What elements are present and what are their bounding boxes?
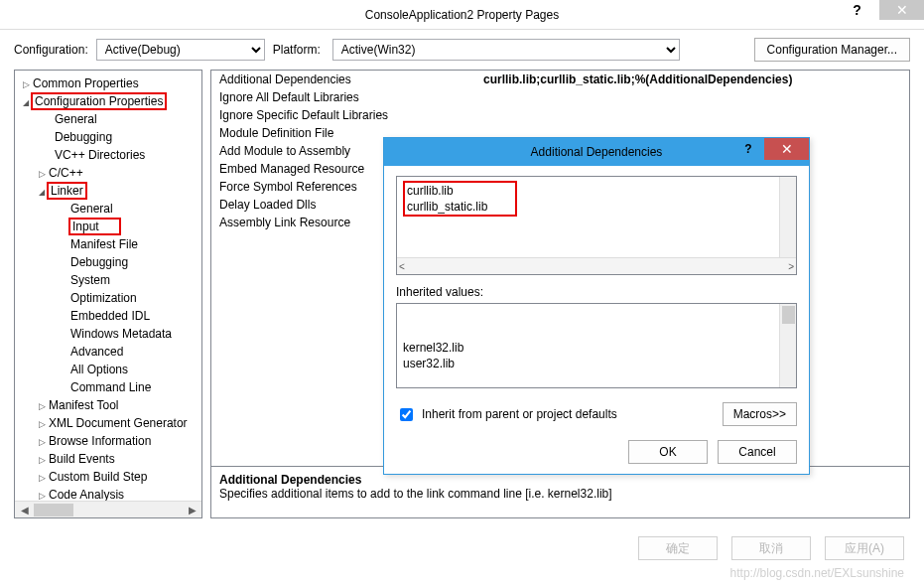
inherit-row: Inherit from parent or project defaults …	[396, 402, 797, 426]
config-row: Configuration: Active(Debug) Platform: A…	[0, 30, 924, 70]
textarea-hscrollbar[interactable]: <>	[397, 257, 796, 274]
window-title: ConsoleApplication2 Property Pages	[365, 8, 559, 22]
tree[interactable]: Common Properties Configuration Properti…	[15, 71, 201, 501]
tree-common-properties[interactable]: Common Properties	[15, 74, 201, 92]
bottom-buttons: 确定 取消 应用(A)	[0, 526, 924, 570]
configuration-manager-button[interactable]: Configuration Manager...	[754, 38, 910, 62]
grid-row-additional-deps[interactable]: Additional Dependencies curllib.lib;curl…	[211, 71, 909, 88]
tree-code-analysis[interactable]: Code Analysis	[15, 486, 201, 501]
tree-configuration-properties[interactable]: Configuration Properties	[15, 92, 201, 110]
property-pages-window: ConsoleApplication2 Property Pages ? ✕ C…	[0, 0, 924, 588]
platform-select[interactable]: Active(Win32)	[332, 39, 680, 61]
tree-build-events[interactable]: Build Events	[15, 450, 201, 468]
tree-hscrollbar[interactable]: ◀ ▶	[15, 501, 201, 517]
tree-panel: Common Properties Configuration Properti…	[14, 70, 202, 518]
dialog-ok-button[interactable]: OK	[628, 440, 708, 464]
tree-linker-debugging[interactable]: Debugging	[15, 253, 201, 271]
tree-linker-manifest[interactable]: Manifest File	[15, 235, 201, 253]
help-button[interactable]: ?	[835, 0, 879, 20]
macros-button[interactable]: Macros>>	[723, 402, 797, 426]
scroll-thumb[interactable]	[34, 504, 73, 516]
configuration-select[interactable]: Active(Debug)	[96, 39, 265, 61]
scroll-left-icon[interactable]: ◀	[17, 505, 32, 515]
tree-linker-command-line[interactable]: Command Line	[15, 378, 201, 396]
tree-linker-optimization[interactable]: Optimization	[15, 289, 201, 307]
additional-dependencies-dialog: Additional Dependencies ? ✕ curllib.libc…	[383, 137, 810, 475]
tree-browse-info[interactable]: Browse Information	[15, 432, 201, 450]
dialog-titlebar: Additional Dependencies ? ✕	[384, 138, 809, 166]
tree-linker-system[interactable]: System	[15, 271, 201, 289]
inherited-vscrollbar[interactable]	[779, 304, 796, 387]
scroll-right-icon[interactable]: >	[788, 261, 794, 272]
tree-debugging[interactable]: Debugging	[15, 128, 201, 146]
configuration-label: Configuration:	[14, 43, 88, 57]
inherited-values-box: kernel32.lib user32.lib	[396, 303, 797, 388]
description-body: Specifies additional items to add to the…	[219, 487, 901, 501]
grid-row-ignore-specific[interactable]: Ignore Specific Default Libraries	[211, 106, 909, 124]
apply-button[interactable]: 应用(A)	[825, 536, 904, 560]
tree-linker-general[interactable]: General	[15, 200, 201, 218]
cancel-button[interactable]: 取消	[731, 536, 811, 560]
tree-xml-doc-gen[interactable]: XML Document Generator	[15, 414, 201, 432]
platform-label: Platform:	[273, 43, 321, 57]
titlebar-buttons: ? ✕	[835, 0, 924, 20]
tree-linker-embedded-idl[interactable]: Embedded IDL	[15, 307, 201, 325]
scroll-left-icon[interactable]: <	[399, 261, 405, 272]
grid-row-ignore-all[interactable]: Ignore All Default Libraries	[211, 88, 909, 106]
dependencies-textarea[interactable]: curllib.libcurllib_static.lib <>	[396, 176, 797, 275]
inherited-label: Inherited values:	[396, 285, 797, 299]
textarea-vscrollbar[interactable]	[779, 177, 796, 257]
tree-ccpp[interactable]: C/C++	[15, 164, 201, 182]
tree-linker-all-options[interactable]: All Options	[15, 361, 201, 378]
dialog-title-text: Additional Dependencies	[531, 145, 663, 159]
dialog-buttons: OK Cancel	[396, 440, 797, 464]
close-button[interactable]: ✕	[879, 0, 924, 20]
tree-manifest-tool[interactable]: Manifest Tool	[15, 396, 201, 414]
tree-linker-advanced[interactable]: Advanced	[15, 343, 201, 361]
tree-linker-input[interactable]: Input	[15, 218, 201, 235]
tree-custom-build[interactable]: Custom Build Step	[15, 468, 201, 486]
tree-general[interactable]: General	[15, 110, 201, 128]
dialog-body: curllib.libcurllib_static.lib <> Inherit…	[384, 166, 809, 474]
ok-button[interactable]: 确定	[638, 536, 718, 560]
tree-vcdirs[interactable]: VC++ Directories	[15, 146, 201, 164]
dialog-cancel-button[interactable]: Cancel	[718, 440, 797, 464]
tree-linker-winmd[interactable]: Windows Metadata	[15, 325, 201, 343]
inherit-label: Inherit from parent or project defaults	[422, 407, 617, 421]
description-title: Additional Dependencies	[219, 473, 901, 487]
tree-linker[interactable]: Linker	[15, 182, 201, 200]
dialog-help-button[interactable]: ?	[732, 138, 764, 160]
inherit-checkbox[interactable]	[400, 408, 413, 421]
titlebar: ConsoleApplication2 Property Pages ? ✕	[0, 0, 924, 30]
scroll-right-icon[interactable]: ▶	[185, 505, 199, 515]
dialog-close-button[interactable]: ✕	[764, 138, 809, 160]
